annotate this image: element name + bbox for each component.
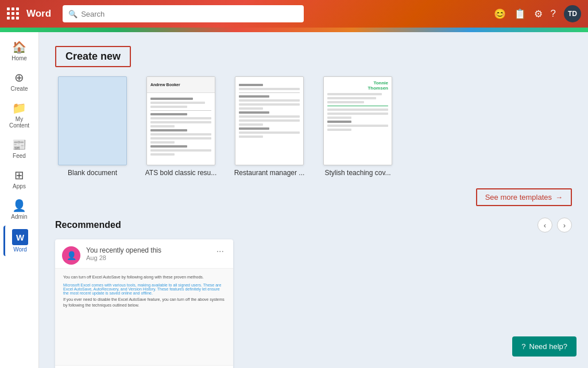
apps-grid-icon[interactable] <box>7 7 20 20</box>
see-more-arrow: → <box>555 193 563 202</box>
create-new-label: Create new <box>65 51 121 62</box>
sidebar-item-my-content[interactable]: 📁 My Content <box>3 98 36 132</box>
see-more-row: See more templates → <box>55 188 572 206</box>
doc-opened-label: You recently opened this <box>86 246 208 254</box>
sidebar-item-create[interactable]: ⊕ Create <box>3 67 36 95</box>
search-bar[interactable]: 🔍 <box>63 5 304 22</box>
doc-date: Aug 28 <box>86 254 208 261</box>
doc-avatar: 👤 <box>62 246 80 265</box>
template-thumb-restaurant <box>235 76 304 165</box>
template-label-ats: ATS bold classic resu... <box>145 169 217 177</box>
doc-preview-text1: You can turn off Excel AutoSave by follo… <box>63 274 225 281</box>
settings-icon[interactable]: ⚙ <box>534 8 543 20</box>
app-name: Word <box>26 8 51 20</box>
help-icon[interactable]: ? <box>551 8 556 20</box>
template-teaching[interactable]: TonnieThomsen <box>320 76 395 177</box>
clipboard-icon[interactable]: 📋 <box>514 8 526 20</box>
sidebar-item-home[interactable]: 🏠 Home <box>3 37 36 65</box>
recommended-header: Recommended ‹ › <box>55 218 572 233</box>
recommended-title: Recommended <box>55 220 121 230</box>
template-label-blank: Blank document <box>68 169 117 177</box>
sidebar-label-feed: Feed <box>13 153 26 159</box>
create-new-box: Create new <box>55 46 131 67</box>
content-area: Create new Blank document Andrew Booker <box>39 32 588 368</box>
template-thumb-blank <box>58 76 127 165</box>
template-label-restaurant: Restaurant manager ... <box>234 169 305 177</box>
template-ats[interactable]: Andrew Booker <box>144 76 218 177</box>
doc-title: HRIS Guidelines by Adite <box>55 366 233 368</box>
rec-next-button[interactable]: › <box>557 218 572 233</box>
sidebar-label-admin: Admin <box>11 214 27 220</box>
doc-meta: You recently opened this Aug 28 <box>86 246 208 261</box>
word-icon: W <box>12 229 28 245</box>
sidebar-label-mycontent: My Content <box>6 116 33 129</box>
recommended-section: Recommended ‹ › 👤 You recently opened th… <box>55 218 572 368</box>
create-icon: ⊕ <box>14 71 24 84</box>
deco-strip <box>0 28 588 32</box>
main-layout: 🏠 Home ⊕ Create 📁 My Content 📰 Feed ⊞ Ap… <box>0 32 588 368</box>
doc-card[interactable]: 👤 You recently opened this Aug 28 ··· Yo… <box>55 239 233 368</box>
template-blank[interactable]: Blank document <box>55 76 130 177</box>
sidebar-item-admin[interactable]: 👤 Admin <box>3 195 36 223</box>
folder-icon: 📁 <box>12 101 26 115</box>
rec-prev-button[interactable]: ‹ <box>537 218 552 233</box>
doc-preview-text2: If you ever need to disable the Excel Au… <box>63 297 225 309</box>
sidebar-item-apps[interactable]: ⊞ Apps <box>3 165 36 193</box>
see-more-label: See more templates <box>485 193 552 202</box>
rec-navigation: ‹ › <box>537 218 572 233</box>
template-thumb-teaching: TonnieThomsen <box>323 76 392 165</box>
emoji-icon[interactable]: 😊 <box>494 8 506 20</box>
user-avatar[interactable]: TD <box>564 5 581 22</box>
template-restaurant[interactable]: Restaurant manager ... <box>232 76 307 177</box>
doc-card-header: 👤 You recently opened this Aug 28 ··· <box>55 239 233 268</box>
create-new-section: Create new Blank document Andrew Booker <box>55 46 572 177</box>
top-bar-right: 😊 📋 ⚙ ? TD <box>494 5 581 22</box>
admin-icon: 👤 <box>12 199 26 212</box>
template-label-teaching: Stylish teaching cov... <box>324 169 390 177</box>
apps-icon: ⊞ <box>14 168 24 182</box>
top-bar: Word 🔍 😊 📋 ⚙ ? TD <box>0 0 588 28</box>
search-icon: 🔍 <box>68 10 78 18</box>
home-icon: 🏠 <box>12 40 26 54</box>
need-help-icon: ? <box>521 342 525 351</box>
sidebar-label-create: Create <box>10 86 28 92</box>
sidebar-label-apps: Apps <box>13 183 26 189</box>
doc-preview-link: Microsoft Excel comes with various tools… <box>63 283 225 295</box>
sidebar-item-feed[interactable]: 📰 Feed <box>3 134 36 162</box>
templates-row: Blank document Andrew Booker <box>55 76 572 177</box>
need-help-button[interactable]: ? Need help? <box>512 336 577 357</box>
sidebar: 🏠 Home ⊕ Create 📁 My Content 📰 Feed ⊞ Ap… <box>0 32 39 368</box>
sidebar-label-word: Word <box>13 246 27 253</box>
doc-more-button[interactable]: ··· <box>214 246 226 257</box>
search-input[interactable] <box>81 10 298 18</box>
feed-icon: 📰 <box>12 138 26 152</box>
need-help-label: Need help? <box>529 342 568 351</box>
doc-preview: You can turn off Excel AutoSave by follo… <box>55 268 233 366</box>
sidebar-label-home: Home <box>11 55 27 61</box>
sidebar-item-word[interactable]: W Word <box>3 226 36 256</box>
template-thumb-ats: Andrew Booker <box>146 76 215 165</box>
see-more-templates-button[interactable]: See more templates → <box>476 188 572 206</box>
